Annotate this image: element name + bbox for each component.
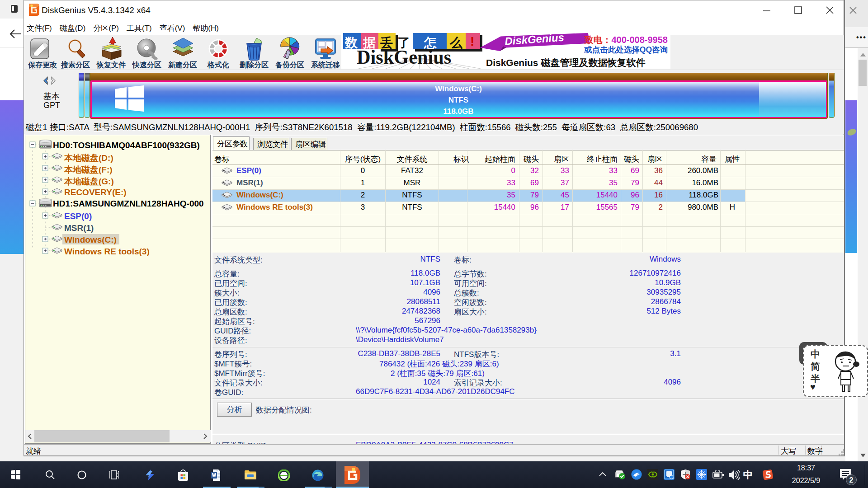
svg-text:2: 2 — [849, 476, 854, 484]
svg-text:DiskGenius: DiskGenius — [505, 33, 565, 47]
